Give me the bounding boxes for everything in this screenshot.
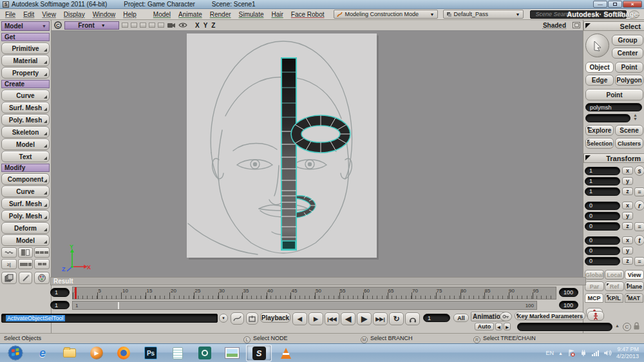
left-panel-button[interactable]: Surf. Mesh xyxy=(1,102,50,113)
resize-viewport-icon[interactable] xyxy=(573,22,580,28)
play-forward-button[interactable]: ▶ xyxy=(357,312,372,325)
menu-model[interactable]: Model xyxy=(149,11,175,18)
scale-x-axis-button[interactable]: x xyxy=(622,167,633,175)
left-panel-button[interactable]: Model xyxy=(1,234,50,246)
prev-key-icon[interactable]: ◀ xyxy=(495,323,502,330)
script-command-field[interactable]: ActivateObjectSelTool xyxy=(1,314,218,323)
menu-display[interactable]: Display xyxy=(60,11,89,18)
select-tool-button[interactable] xyxy=(585,33,609,57)
range-end-field[interactable]: 100 xyxy=(559,301,578,309)
fcurve-editor-icon[interactable] xyxy=(231,312,244,325)
open-mixer-icon[interactable] xyxy=(246,312,258,325)
taskbar-media-player-icon[interactable]: ▶ xyxy=(84,345,109,361)
left-panel-button[interactable]: Material xyxy=(1,55,50,66)
left-panel-button[interactable]: Skeleton xyxy=(1,126,50,138)
left-panel-button[interactable]: Deform xyxy=(1,222,50,234)
tab-mcp[interactable]: MCP xyxy=(585,293,603,303)
taskbar-internet-explorer-icon[interactable]: e xyxy=(30,345,55,361)
keyable-character-button[interactable] xyxy=(587,311,604,321)
palette-icon[interactable] xyxy=(34,272,50,284)
filter-polygon-button[interactable]: Polygon xyxy=(615,75,643,86)
taskbar-image-viewer-icon[interactable] xyxy=(219,345,245,361)
range-handle[interactable] xyxy=(118,302,119,309)
left-panel-button[interactable]: Curve xyxy=(1,90,50,101)
power-plug-icon[interactable] xyxy=(580,349,587,357)
select-panel-header[interactable]: Select xyxy=(583,21,644,31)
tray-expand-icon[interactable]: ▲ xyxy=(558,351,563,356)
translate-options-icon[interactable]: ≡ xyxy=(634,257,644,266)
ref-mode-view-button[interactable]: View xyxy=(625,270,644,280)
frame-step-forward-button[interactable]: ▶ xyxy=(308,312,323,325)
menu-view[interactable]: View xyxy=(38,11,60,18)
memo-cam-slot[interactable] xyxy=(158,23,164,28)
menu-animate[interactable]: Animate xyxy=(175,11,206,18)
scene-button[interactable]: Scene xyxy=(615,125,643,136)
start-button[interactable] xyxy=(3,345,28,361)
taskbar-vlc-icon[interactable] xyxy=(273,345,299,361)
tab-mat[interactable]: MAT xyxy=(625,293,643,303)
ref-mode-global-button[interactable]: Global xyxy=(585,270,604,280)
tray-clock[interactable]: 9:47 PM 4/2/2013 xyxy=(616,346,641,361)
spinner-arrows-icon[interactable]: ▲▼ xyxy=(633,113,638,122)
clusters-button[interactable]: Clusters xyxy=(615,138,643,149)
taskbar-explorer-icon[interactable] xyxy=(57,345,82,361)
filter-edge-button[interactable]: Edge xyxy=(585,75,614,86)
translate-z-field[interactable]: 0 xyxy=(585,257,620,265)
param-up-icon[interactable]: ▲ xyxy=(615,323,620,328)
left-panel-button[interactable]: Text xyxy=(1,151,50,162)
scale-tool-button[interactable]: s xyxy=(634,166,644,176)
ref-mode-plane-button[interactable]: Plane xyxy=(625,281,644,291)
center-button[interactable]: Center xyxy=(612,48,643,59)
key-marked-parameters-button[interactable]: Key Marked Parameters xyxy=(515,312,585,320)
end-frame-field[interactable]: 100 xyxy=(559,288,578,297)
memo-cam-slot[interactable] xyxy=(131,23,137,28)
rotate-x-field[interactable]: 0 xyxy=(585,202,620,210)
layers-icon[interactable] xyxy=(1,272,17,284)
left-panel-button[interactable]: Poly. Mesh xyxy=(1,210,50,222)
all-button[interactable]: All xyxy=(453,314,469,322)
layout-preset-button[interactable] xyxy=(34,259,50,269)
rotate-z-axis-button[interactable]: z xyxy=(622,222,633,230)
filter-point-button[interactable]: Point xyxy=(615,62,643,73)
module-selector[interactable]: Model ▼ xyxy=(1,21,50,31)
memo-cam-slot[interactable] xyxy=(149,23,155,28)
polygon-mesh-overlay[interactable] xyxy=(281,58,350,250)
language-indicator[interactable]: EN xyxy=(546,350,554,356)
taskbar-notepad-icon[interactable] xyxy=(165,345,191,361)
memo-cam-slot[interactable] xyxy=(122,23,128,28)
layout-preset-button[interactable] xyxy=(34,247,50,258)
taskbar-screen-recorder-icon[interactable] xyxy=(192,345,218,361)
render-pass-dropdown[interactable]: Default_Pass ▼ xyxy=(443,10,524,19)
lock-icon[interactable] xyxy=(633,322,640,332)
translate-x-field[interactable]: 0 xyxy=(585,236,620,245)
menu-window[interactable]: Window xyxy=(89,11,120,18)
next-key-icon[interactable]: ▶ xyxy=(504,323,511,330)
rotate-y-field[interactable]: 0 xyxy=(585,212,620,220)
maximize-button[interactable] xyxy=(608,1,622,8)
left-panel-button[interactable]: Component xyxy=(1,173,50,185)
rotate-y-axis-button[interactable]: y xyxy=(622,212,633,220)
rotate-x-axis-button[interactable]: x xyxy=(622,202,633,209)
taskbar-photoshop-icon[interactable]: Ps xyxy=(138,345,164,361)
range-slider[interactable]: 1 100 xyxy=(72,301,537,310)
taskbar-softimage-icon[interactable]: S xyxy=(246,345,272,361)
set-key-button[interactable] xyxy=(500,312,512,321)
range-start-field[interactable]: 1 xyxy=(50,301,70,309)
taskbar-firefox-icon[interactable] xyxy=(111,345,137,361)
selection-extra-field[interactable] xyxy=(585,114,630,122)
left-panel-button[interactable]: Model xyxy=(1,138,50,150)
marked-parameter-field[interactable] xyxy=(517,323,612,331)
rotate-z-field[interactable]: 0 xyxy=(585,222,620,231)
layout-preset-button[interactable]: ≥| xyxy=(1,259,17,269)
construction-mode-dropdown[interactable]: Modeling Construction Mode ▼ xyxy=(334,10,438,19)
translate-tool-button[interactable]: t xyxy=(634,235,644,245)
menu-face-robot[interactable]: Face Robot xyxy=(287,11,328,18)
visibility-eye-icon[interactable] xyxy=(178,22,187,28)
playhead[interactable] xyxy=(75,287,77,300)
audio-mute-button[interactable] xyxy=(405,312,420,325)
menu-help[interactable]: Help xyxy=(119,11,140,18)
explore-button[interactable]: Explore xyxy=(585,125,614,136)
tab-kpl[interactable]: KP/L xyxy=(605,293,623,303)
menu-render[interactable]: Render xyxy=(206,11,235,18)
action-center-flag-icon[interactable] xyxy=(567,349,575,357)
